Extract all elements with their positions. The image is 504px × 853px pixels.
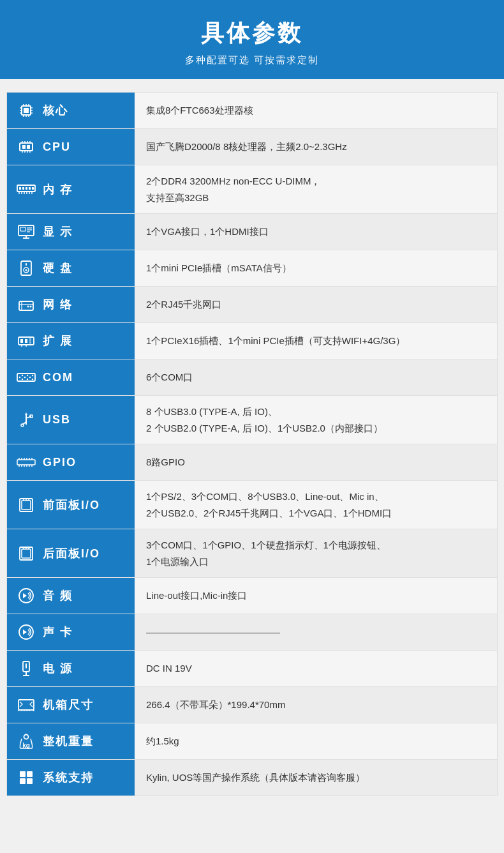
spec-row-expand: 扩 展 1个PCIeX16插槽、1个mini PCIe插槽（可支持WIFI+4G… — [7, 323, 497, 359]
svg-rect-26 — [19, 187, 21, 190]
svg-rect-118 — [27, 778, 33, 784]
svg-rect-1 — [24, 108, 29, 113]
spec-value-network: 2个RJ45千兆网口 — [135, 287, 497, 322]
hdd-icon — [15, 257, 38, 280]
spec-value-expand: 1个PCIeX16插槽、1个mini PCIe插槽（可支持WIFI+4G/3G） — [135, 323, 497, 359]
svg-point-68 — [22, 379, 23, 380]
network-icon — [15, 293, 38, 316]
spec-value-audio: Line-out接口,Mic-in接口 — [135, 578, 497, 614]
spec-label-power: 电 源 — [7, 651, 135, 686]
spec-value-usb: 8 个USB3.0 (TYPE-A, 后 IO)、2 个USB2.0 (TYPE… — [135, 396, 497, 444]
power-icon — [15, 657, 38, 680]
spec-row-power: 电 源 DC IN 19V — [7, 651, 497, 687]
spec-label-os: 系统支持 — [7, 760, 135, 796]
svg-rect-77 — [17, 460, 35, 465]
svg-rect-28 — [26, 187, 27, 190]
spec-row-memory: 内 存 2个DDR4 3200MHz non-ECC U-DIMM，支持至高32… — [7, 165, 497, 214]
spec-value-hdd: 1个mini PCIe插槽（mSATA信号） — [135, 250, 497, 286]
spec-label-text-soundcard: 声 卡 — [43, 624, 73, 640]
display-icon — [15, 220, 38, 243]
spec-label-text-gpio: GPIO — [43, 456, 77, 469]
spec-row-cpu: CPU 国产飞腾D2000/8 8核处理器，主频2.0~2.3GHz — [7, 129, 497, 165]
weight-icon: kg — [15, 730, 38, 753]
spec-value-memory: 2个DDR4 3200MHz non-ECC U-DIMM，支持至高32GB — [135, 165, 497, 213]
audio-icon — [15, 584, 38, 607]
svg-rect-91 — [22, 501, 31, 510]
svg-point-66 — [29, 377, 31, 378]
spec-row-network: 网 络 2个RJ45千兆网口 — [7, 287, 497, 323]
expand-icon — [15, 329, 38, 352]
svg-rect-16 — [27, 145, 30, 149]
svg-point-62 — [19, 377, 20, 378]
spec-label-text-com: COM — [43, 371, 73, 384]
cpu-icon — [15, 135, 38, 158]
spec-row-display: 显 示 1个VGA接口，1个HDMI接口 — [7, 214, 497, 250]
spec-label-text-cpu: CPU — [43, 140, 71, 154]
spec-label-expand: 扩 展 — [7, 323, 135, 359]
page-subtitle: 多种配置可选 可按需求定制 — [13, 54, 491, 66]
spec-row-size: 机箱尺寸 266.4（不带耳朵）*199.4*70mm — [7, 687, 497, 723]
svg-rect-108 — [19, 700, 34, 710]
svg-rect-54 — [20, 339, 23, 343]
gpio-icon — [15, 451, 38, 474]
svg-rect-96 — [22, 549, 31, 558]
spec-label-network: 网 络 — [7, 287, 135, 322]
svg-rect-116 — [27, 771, 33, 777]
spec-value-cpu: 国产飞腾D2000/8 8核处理器，主频2.0~2.3GHz — [135, 129, 497, 165]
spec-row-os: 系统支持 Kylin, UOS等国产操作系统（具体版本请咨询客服） — [7, 760, 497, 796]
usb-icon — [15, 409, 38, 432]
com-icon — [15, 366, 38, 389]
svg-marker-101 — [23, 593, 27, 598]
spec-label-text-size: 机箱尺寸 — [43, 697, 94, 713]
svg-rect-117 — [20, 778, 26, 784]
spec-label-text-network: 网 络 — [43, 297, 73, 312]
svg-rect-29 — [29, 187, 31, 190]
spec-label-text-audio: 音 频 — [43, 588, 73, 603]
spec-value-power: DC IN 19V — [135, 651, 497, 686]
spec-label-hdd: 硬 盘 — [7, 250, 135, 286]
svg-marker-103 — [23, 630, 27, 635]
svg-point-67 — [32, 375, 33, 376]
audio-icon — [15, 621, 38, 644]
svg-marker-76 — [25, 412, 27, 415]
spec-row-front-panel: 前面板I/O 1个PS/2、3个COM口、8个USB3.0、Line-out、M… — [7, 481, 497, 529]
spec-label-front-panel: 前面板I/O — [7, 481, 135, 529]
spec-label-gpio: GPIO — [7, 444, 135, 480]
svg-point-75 — [21, 424, 24, 426]
svg-rect-40 — [20, 227, 26, 231]
spec-value-com: 6个COM口 — [135, 359, 497, 395]
spec-label-text-display: 显 示 — [43, 224, 73, 239]
svg-point-63 — [22, 375, 23, 376]
svg-point-46 — [26, 269, 27, 271]
spec-label-rear-panel: 后面板I/O — [7, 529, 135, 577]
spec-row-weight: kg 整机重量 约1.5kg — [7, 723, 497, 760]
spec-value-weight: 约1.5kg — [135, 723, 497, 759]
svg-point-64 — [24, 377, 26, 378]
spec-row-audio: 音 频 Line-out接口,Mic-in接口 — [7, 578, 497, 614]
spec-value-gpio: 8路GPIO — [135, 444, 497, 480]
ram-icon — [15, 178, 38, 201]
spec-label-text-expand: 扩 展 — [43, 333, 73, 349]
spec-label-text-power: 电 源 — [43, 661, 73, 676]
spec-row-hdd: 硬 盘 1个mini PCIe插槽（mSATA信号） — [7, 250, 497, 287]
panel-icon — [15, 494, 38, 517]
spec-label-text-hdd: 硬 盘 — [43, 260, 73, 276]
spec-label-text-memory: 内 存 — [43, 182, 73, 197]
svg-rect-27 — [22, 187, 24, 190]
svg-rect-14 — [20, 143, 33, 151]
svg-point-70 — [32, 379, 33, 380]
svg-point-51 — [27, 306, 29, 308]
size-icon — [15, 693, 38, 716]
svg-rect-115 — [20, 771, 26, 777]
spec-label-text-front-panel: 前面板I/O — [43, 497, 100, 513]
svg-rect-55 — [25, 339, 27, 343]
spec-label-cpu: CPU — [7, 129, 135, 165]
spec-row-core: 核心 集成8个FTC663处理器核 — [7, 93, 497, 129]
spec-label-text-usb: USB — [43, 413, 71, 426]
spec-table: 核心 集成8个FTC663处理器核 CPU 国产飞腾D2000/8 8核处理器，… — [6, 92, 498, 796]
spec-label-text-weight: 整机重量 — [43, 734, 94, 749]
panel-icon — [15, 542, 38, 565]
spec-label-text-os: 系统支持 — [43, 770, 94, 785]
spec-row-com: COM 6个COM口 — [7, 359, 497, 396]
spec-value-front-panel: 1个PS/2、3个COM口、8个USB3.0、Line-out、Mic in、2… — [135, 481, 497, 529]
